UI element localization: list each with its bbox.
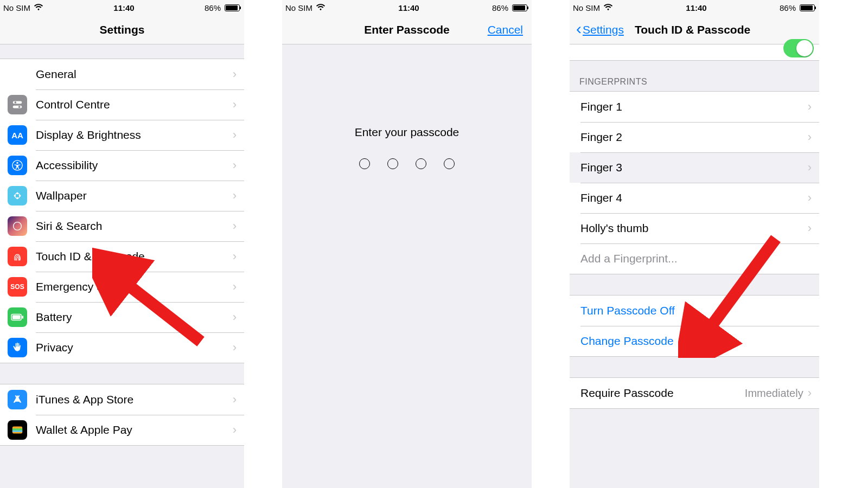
add-fingerprint-row[interactable]: Add a Fingerprint... <box>570 243 819 274</box>
require-passcode-row[interactable]: Require Passcode Immediately › <box>570 378 819 408</box>
row-general[interactable]: General › <box>0 59 244 89</box>
chevron-left-icon: ‹ <box>576 21 582 37</box>
fingerprint-row[interactable]: Finger 2 › <box>570 122 819 152</box>
accessibility-icon <box>8 156 27 175</box>
passcode-dot <box>444 158 455 169</box>
row-label: Accessibility <box>36 159 233 172</box>
fingerprint-row[interactable]: Finger 4 › <box>570 183 819 213</box>
partial-toggle-row <box>570 44 819 61</box>
row-privacy[interactable]: Privacy › <box>0 332 244 363</box>
chevron-right-icon: › <box>808 191 812 205</box>
row-label: Touch ID & Passcode <box>36 250 233 263</box>
settings-group-2: iTunes & App Store › Wallet & Apple Pay … <box>0 384 244 446</box>
row-touchid-passcode[interactable]: Touch ID & Passcode › <box>0 241 244 272</box>
row-label: Control Centre <box>36 98 233 111</box>
chevron-right-icon: › <box>233 67 237 81</box>
svg-rect-16 <box>12 428 22 431</box>
row-label: Finger 2 <box>580 131 808 144</box>
row-label: Display & Brightness <box>36 129 233 142</box>
section-header-fingerprints: FINGERPRINTS <box>570 61 819 91</box>
screen-settings: No SIM 11:40 86% Settings General › <box>0 0 244 488</box>
fingerprints-group: Finger 1 › Finger 2 › Finger 3 › Finger … <box>570 91 819 274</box>
svg-rect-1 <box>13 106 22 108</box>
row-accessibility[interactable]: Accessibility › <box>0 150 244 181</box>
chevron-right-icon: › <box>808 130 812 144</box>
passcode-dots <box>359 158 455 169</box>
require-passcode-group: Require Passcode Immediately › <box>570 377 819 409</box>
wallpaper-icon <box>8 186 27 206</box>
battery-percent: 86% <box>780 3 796 12</box>
settings-group-1: General › Control Centre › AA Display & … <box>0 59 244 363</box>
row-emergency-sos[interactable]: SOS Emergency SOS › <box>0 272 244 302</box>
text-size-icon: AA <box>8 125 27 145</box>
page-title: Touch ID & Passcode <box>635 23 750 36</box>
svg-rect-17 <box>12 431 22 432</box>
row-label: Emergency SOS <box>36 280 233 293</box>
passcode-actions-group: Turn Passcode Off Change Passcode <box>570 295 819 357</box>
hand-icon <box>8 338 27 357</box>
carrier-label: No SIM <box>573 3 600 12</box>
chevron-right-icon: › <box>233 158 237 172</box>
turn-passcode-off-row[interactable]: Turn Passcode Off <box>570 296 819 326</box>
wifi-icon <box>316 3 326 12</box>
battery-icon <box>8 307 27 327</box>
toggle-switch[interactable] <box>783 39 814 57</box>
row-label: Privacy <box>36 341 233 354</box>
status-bar: No SIM 11:40 86% <box>570 0 819 15</box>
carrier-label: No SIM <box>3 3 30 12</box>
wallet-icon <box>8 420 27 440</box>
row-control-centre[interactable]: Control Centre › <box>0 89 244 120</box>
cancel-button[interactable]: Cancel <box>488 23 523 36</box>
chevron-right-icon: › <box>233 393 237 407</box>
chevron-right-icon: › <box>233 249 237 264</box>
sos-icon: SOS <box>8 277 27 297</box>
svg-rect-0 <box>13 101 22 104</box>
svg-point-3 <box>18 106 21 108</box>
chevron-right-icon: › <box>808 160 812 175</box>
gear-icon <box>8 65 27 84</box>
fingerprint-row[interactable]: Finger 1 › <box>570 92 819 122</box>
clock: 11:40 <box>113 3 134 12</box>
svg-point-9 <box>14 195 16 197</box>
battery-percent: 86% <box>205 3 221 12</box>
battery-percent: 86% <box>492 3 508 12</box>
chevron-right-icon: › <box>233 423 237 437</box>
row-wallpaper[interactable]: Wallpaper › <box>0 181 244 211</box>
chevron-right-icon: › <box>233 189 237 203</box>
passcode-dot <box>387 158 398 169</box>
chevron-right-icon: › <box>233 98 237 112</box>
battery-icon <box>223 4 241 11</box>
chevron-right-icon: › <box>808 100 812 114</box>
row-detail: Immediately <box>745 387 803 400</box>
svg-rect-14 <box>22 316 23 319</box>
passcode-dot <box>359 158 370 169</box>
battery-icon <box>798 4 816 11</box>
screen-touchid-passcode: No SIM 11:40 86% ‹ Settings Touch ID & P… <box>570 0 819 488</box>
wifi-icon <box>603 3 613 12</box>
battery-icon <box>510 4 528 11</box>
row-siri-search[interactable]: Siri & Search › <box>0 211 244 241</box>
row-label: Wallet & Apple Pay <box>36 423 233 436</box>
row-label: Finger 4 <box>580 191 808 204</box>
back-button[interactable]: ‹ Settings <box>576 23 624 37</box>
change-passcode-row[interactable]: Change Passcode <box>570 326 819 356</box>
chevron-right-icon: › <box>233 128 237 142</box>
fingerprint-row[interactable]: Holly's thumb › <box>570 213 819 243</box>
row-label: Turn Passcode Off <box>580 304 819 317</box>
nav-bar: Settings <box>0 15 244 44</box>
page-title: Settings <box>0 23 244 36</box>
nav-bar: ‹ Settings Touch ID & Passcode <box>570 15 819 44</box>
chevron-right-icon: › <box>808 221 812 235</box>
toggles-icon <box>8 95 27 114</box>
fingerprint-row[interactable]: Finger 3 › <box>570 152 819 183</box>
row-label: iTunes & App Store <box>36 393 233 406</box>
chevron-right-icon: › <box>233 280 237 294</box>
row-label: Require Passcode <box>580 387 745 400</box>
svg-point-10 <box>19 195 21 197</box>
row-battery[interactable]: Battery › <box>0 302 244 332</box>
row-wallet-applepay[interactable]: Wallet & Apple Pay › <box>0 415 244 445</box>
row-label: Finger 3 <box>580 161 808 174</box>
nav-bar: Enter Passcode Cancel <box>282 15 532 44</box>
row-itunes-appstore[interactable]: iTunes & App Store › <box>0 384 244 415</box>
row-display-brightness[interactable]: AA Display & Brightness › <box>0 120 244 150</box>
